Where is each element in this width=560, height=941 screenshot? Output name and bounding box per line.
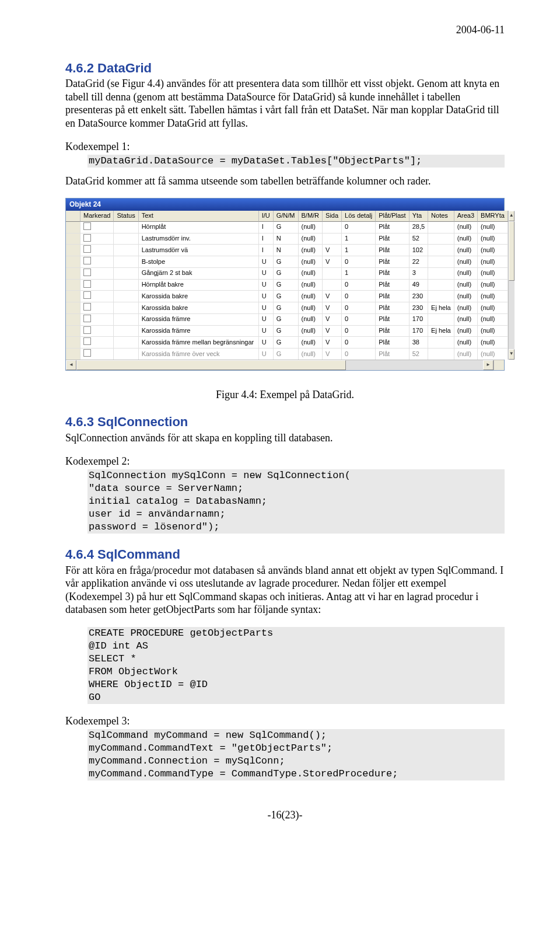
row-selector[interactable] [66, 233, 80, 245]
cell-markerad[interactable] [80, 256, 114, 268]
cell: U [259, 314, 274, 326]
column-header[interactable]: Plåt/Plast [376, 211, 409, 222]
cell: V [323, 256, 342, 268]
datagrid-table[interactable]: MarkeradStatusTextI/UG/N/MB/M/RSidaLös d… [66, 211, 508, 360]
cell: (null) [454, 222, 478, 233]
scroll-down-icon[interactable]: ▼ [509, 349, 514, 360]
cell: (null) [299, 326, 323, 337]
scroll-right-icon[interactable]: ► [483, 360, 494, 370]
checkbox-icon[interactable] [83, 257, 91, 264]
checkbox-icon[interactable] [83, 222, 91, 230]
row-selector[interactable] [66, 302, 80, 314]
cell-markerad[interactable] [80, 268, 114, 280]
scroll-thumb[interactable] [509, 221, 514, 281]
cell-markerad[interactable] [80, 280, 114, 291]
column-header[interactable]: Notes [428, 211, 454, 222]
table-row[interactable]: Karossida främreUG(null)V0Plåt170Ej hela… [66, 326, 508, 337]
checkbox-icon[interactable] [83, 315, 91, 322]
row-selector[interactable] [66, 256, 80, 268]
cell-markerad[interactable] [80, 348, 114, 360]
table-row[interactable]: B-stolpeUG(null)V0Plåt22(null)(null) [66, 256, 508, 268]
cell: (null) [478, 280, 508, 291]
scroll-thumb-h[interactable] [76, 360, 346, 370]
cell: 49 [410, 280, 428, 291]
checkbox-icon[interactable] [83, 280, 91, 288]
cell: Plåt [376, 348, 409, 360]
cell-markerad[interactable] [80, 245, 114, 256]
cell [428, 280, 454, 291]
row-selector[interactable] [66, 337, 80, 348]
cell: 28,5 [410, 222, 428, 233]
cell: 0 [342, 326, 376, 337]
table-row[interactable]: Karossida främre över veckUG(null)V0Plåt… [66, 348, 508, 360]
checkbox-icon[interactable] [83, 234, 91, 242]
checkbox-icon[interactable] [83, 245, 91, 253]
row-selector[interactable] [66, 222, 80, 233]
column-header[interactable]: Yta [410, 211, 428, 222]
cell: (null) [454, 256, 478, 268]
scroll-left-icon[interactable]: ◄ [66, 360, 76, 370]
cell: Plåt [376, 314, 409, 326]
column-header[interactable]: G/N/M [274, 211, 299, 222]
checkbox-icon[interactable] [83, 291, 91, 299]
row-selector[interactable] [66, 280, 80, 291]
scrollbar-corner [494, 360, 504, 370]
cell [428, 222, 454, 233]
checkbox-icon[interactable] [83, 303, 91, 311]
cell-markerad[interactable] [80, 233, 114, 245]
row-selector[interactable] [66, 314, 80, 326]
scroll-track[interactable] [509, 281, 514, 349]
column-header[interactable]: Text [139, 211, 259, 222]
cell: U [259, 268, 274, 280]
table-row[interactable]: Lastrumsdörr inv.IN(null)1Plåt52(null)(n… [66, 233, 508, 245]
table-row[interactable]: Karossida bakreUG(null)V0Plåt230Ej hela(… [66, 302, 508, 314]
row-selector[interactable] [66, 268, 80, 280]
column-header[interactable]: Sida [323, 211, 342, 222]
table-row[interactable]: HörnplåtIG(null)0Plåt28,5(null)(null) [66, 222, 508, 233]
cell-markerad[interactable] [80, 291, 114, 302]
cell-markerad[interactable] [80, 302, 114, 314]
cell: Plåt [376, 268, 409, 280]
column-header[interactable]: Markerad [80, 211, 114, 222]
checkbox-icon[interactable] [83, 337, 91, 345]
vertical-scrollbar[interactable]: ▲ ▼ [508, 211, 514, 360]
column-header[interactable]: Lös detalj [342, 211, 376, 222]
table-row[interactable]: Hörnplåt bakreUG(null)0Plåt49(null)(null… [66, 280, 508, 291]
table-row[interactable]: Lastrumsdörr väIN(null)V1Plåt102(null)(n… [66, 245, 508, 256]
row-selector[interactable] [66, 326, 80, 337]
cell-status [114, 280, 138, 291]
cell: 52 [410, 233, 428, 245]
cell-markerad[interactable] [80, 337, 114, 348]
cell: 3 [410, 268, 428, 280]
checkbox-icon[interactable] [83, 326, 91, 334]
scroll-up-icon[interactable]: ▲ [509, 211, 514, 221]
column-header[interactable]: Status [114, 211, 138, 222]
cell: (null) [299, 348, 323, 360]
table-row[interactable]: Karossida främreUG(null)V0Plåt170(null)(… [66, 314, 508, 326]
cell: Lastrumsdörr vä [139, 245, 259, 256]
row-selector[interactable] [66, 245, 80, 256]
cell: G [274, 256, 299, 268]
scroll-track-h[interactable] [346, 360, 483, 370]
table-row[interactable]: Karossida bakreUG(null)V0Plåt230(null)(n… [66, 291, 508, 302]
cell: Plåt [376, 280, 409, 291]
page-number: -16(23)- [65, 808, 505, 822]
table-row[interactable]: Gångjärn 2 st bakUG(null)1Plåt3(null)(nu… [66, 268, 508, 280]
horizontal-scrollbar[interactable]: ◄ ► [66, 360, 504, 370]
row-selector[interactable] [66, 348, 80, 360]
column-header[interactable]: B/M/R [299, 211, 323, 222]
checkbox-icon[interactable] [83, 349, 91, 357]
cell-markerad[interactable] [80, 222, 114, 233]
checkbox-icon[interactable] [83, 269, 91, 276]
cell-markerad[interactable] [80, 314, 114, 326]
table-row[interactable]: Karossida främre mellan begränsningarUG(… [66, 337, 508, 348]
cell: I [259, 233, 274, 245]
row-selector[interactable] [66, 291, 80, 302]
column-header[interactable]: I/U [259, 211, 274, 222]
cell-markerad[interactable] [80, 326, 114, 337]
column-header[interactable]: Area3 [454, 211, 478, 222]
column-header[interactable]: BMRYta [478, 211, 508, 222]
cell: (null) [454, 268, 478, 280]
cell: (null) [299, 314, 323, 326]
cell: Karossida främre över veck [139, 348, 259, 360]
